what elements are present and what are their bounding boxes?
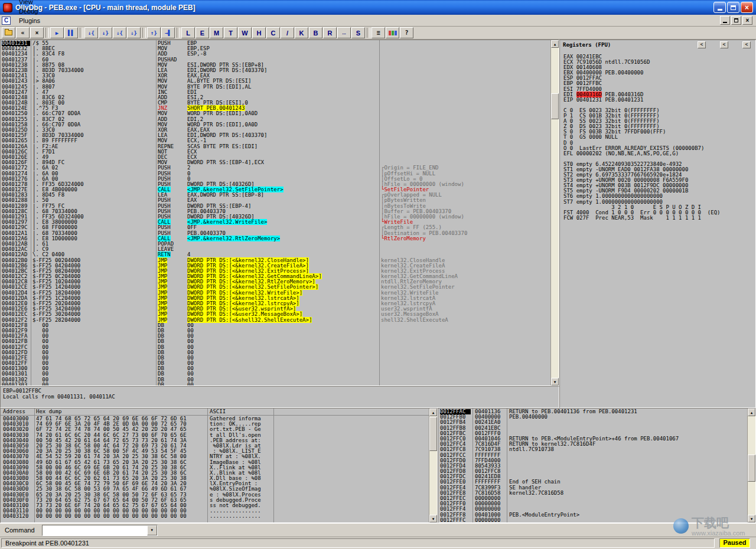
cpu-window-button[interactable]: C bbox=[266, 27, 280, 38]
mdi-minimize-button[interactable] bbox=[720, 16, 730, 25]
references-window-button[interactable]: R bbox=[323, 27, 337, 38]
disasm-row[interactable]: 0040126A|. F2:AEREPNESCAS BYTE PTR ES:[E… bbox=[1, 144, 550, 149]
source-window-button[interactable]: S bbox=[351, 27, 365, 38]
stack-row[interactable]: 0012FFFC00000000 bbox=[438, 518, 747, 523]
command-input[interactable] bbox=[43, 525, 147, 535]
disasm-row[interactable]: 0040129C|. 68 FF000000PUSH0FF┌Length = F… bbox=[1, 225, 550, 230]
breakpoints-window-button[interactable]: B bbox=[309, 27, 322, 38]
column-separator[interactable] bbox=[507, 409, 507, 522]
disasm-row[interactable]: 00401289|. FF75 FCPUSHDWORD PTR SS:[EBP-… bbox=[1, 204, 550, 209]
help-button[interactable]: ? bbox=[400, 27, 413, 38]
disasm-row[interactable]: 00401245|. 8807MOVBYTE PTR DS:[EDI],AL bbox=[1, 84, 550, 90]
scroll-up-button[interactable]: ▲ bbox=[429, 409, 437, 416]
scroll-down-button[interactable]: ▼ bbox=[429, 515, 437, 522]
log-window-button[interactable]: L bbox=[181, 27, 195, 38]
disasm-row[interactable]: 004012FD 00DB00 bbox=[1, 350, 550, 355]
disasm-row[interactable]: 0040123B|. 8D3D 70334000LEAEDI,DWORD PTR… bbox=[1, 68, 550, 73]
scrollbar-thumb[interactable] bbox=[429, 417, 437, 451]
column-separator[interactable] bbox=[34, 409, 35, 522]
disasm-row[interactable]: 004012FA 00DB00 bbox=[1, 334, 550, 339]
handles-window-button[interactable]: H bbox=[252, 27, 266, 38]
execute-till-return-button[interactable]: ↑} bbox=[147, 27, 161, 38]
run-trace-button[interactable]: ... bbox=[337, 27, 351, 38]
disasm-row[interactable]: 00401237|. 60PUSHAD bbox=[1, 57, 550, 63]
disasm-row[interactable]: 0040127E|. E8 4B000000CALL<JMP.&kernel32… bbox=[1, 187, 550, 192]
disasm-row[interactable]: 0040126C|. F7D1NOTECX bbox=[1, 149, 550, 155]
scroll-up-button[interactable]: ▲ bbox=[551, 40, 559, 48]
scroll-down-button[interactable]: ▼ bbox=[748, 515, 755, 522]
disasm-row[interactable]: 00401247|. 47INCEDI bbox=[1, 90, 550, 95]
command-dropdown-button[interactable]: ▼ bbox=[147, 525, 157, 535]
column-separator[interactable] bbox=[472, 409, 473, 522]
register-line[interactable]: FCW 027F Prec NEAR,53 Mask 1 1 1 1 1 1 bbox=[563, 215, 754, 221]
disasm-row[interactable]: 004012FE 00DB00 bbox=[1, 355, 550, 361]
menu-view[interactable]: View bbox=[14, 0, 47, 6]
column-separator[interactable] bbox=[379, 40, 380, 385]
disasm-row[interactable]: 004012A6|. E8 1D000000CALL<JMP.&kernel32… bbox=[1, 236, 550, 241]
disasm-row[interactable]: 00401274|. 6A 00PUSH0│pOffsetHi = NULL bbox=[1, 171, 550, 177]
disasm-row[interactable]: 004012AC|. C9LEAVE bbox=[1, 247, 550, 252]
disasm-row[interactable]: 00401243|> 8A06MOVAL,BYTE PTR DS:[ESI] bbox=[1, 79, 550, 84]
disasm-row[interactable]: 004012FC 00DB00 bbox=[1, 345, 550, 350]
goto-eip-button[interactable]: →▌ bbox=[161, 27, 175, 38]
disasm-row[interactable]: 00401232|. 8BECMOVEBP,ESP bbox=[1, 46, 550, 51]
step-into-button[interactable]: ↓{ bbox=[84, 27, 98, 38]
disasm-row[interactable]: 00401250|. 66:C707 0D0AMOVWORD PTR DS:[E… bbox=[1, 111, 550, 116]
disasm-row[interactable]: 00401265|. B9 FFFFFFFFMOVECX,-1 bbox=[1, 138, 550, 143]
scroll-up-button[interactable]: ▲ bbox=[748, 409, 755, 416]
disasm-row[interactable]: 004012F2$-FF25 28204000JMPDWORD PTR DS:[… bbox=[1, 318, 550, 323]
memory-map-button[interactable]: M bbox=[210, 27, 223, 38]
column-header-address[interactable]: Address bbox=[3, 409, 25, 414]
cpu-window-icon[interactable]: C bbox=[2, 17, 11, 25]
disasm-row[interactable]: 00401248|. 83C6 02ADDESI,2 bbox=[1, 95, 550, 100]
disasm-row[interactable]: 004012AB|. 61POPAD bbox=[1, 241, 550, 247]
hex-dump-pane[interactable]: Address Hex dump ASCII 0040300047 61 74 … bbox=[0, 408, 438, 523]
executables-window-button[interactable]: E bbox=[195, 27, 209, 38]
restore-button[interactable] bbox=[727, 2, 739, 13]
disasm-row[interactable]: 00401272|. 6A 02PUSH2┌Origin = FILE_END bbox=[1, 165, 550, 171]
scroll-down-button[interactable]: ▼ bbox=[551, 378, 559, 385]
windows-window-button[interactable]: W bbox=[238, 27, 252, 38]
close-button[interactable]: × bbox=[741, 2, 753, 13]
scrollbar-thumb[interactable] bbox=[748, 455, 755, 482]
registers-pane[interactable]: Registers (FPU) <<< EAX 00241EBCECX 7C91… bbox=[559, 40, 756, 408]
disasm-row[interactable]: 00401300 00DB00 bbox=[1, 366, 550, 371]
disasm-row[interactable]: 004012F9 00DB00 bbox=[1, 328, 550, 334]
register-line[interactable]: EIP 00401231 PEB.00401231 bbox=[563, 97, 754, 103]
registers-view-button-1[interactable]: < bbox=[698, 41, 706, 48]
open-file-button[interactable] bbox=[2, 27, 15, 38]
registers-view-button-2[interactable]: < bbox=[720, 41, 728, 48]
column-header-hex-dump[interactable]: Hex dump bbox=[36, 409, 61, 414]
disassembly-vertical-scrollbar[interactable]: ▲ ▼ bbox=[550, 40, 559, 385]
column-separator[interactable] bbox=[273, 409, 274, 522]
disasm-row[interactable]: 00401283|. 8D45 F8LEAEAX,DWORD PTR SS:[E… bbox=[1, 192, 550, 198]
dump-row[interactable]: 0040312000 00 00 00 00 00 00 00 00 00 00… bbox=[1, 514, 429, 519]
disassembly-pane[interactable]: 00401231/$ 55PUSHEBP00401232|. 8BECMOVEB… bbox=[0, 40, 559, 386]
registers-view-button-3[interactable]: < bbox=[742, 41, 751, 48]
disasm-row[interactable]: 00401302 00DB00 bbox=[1, 377, 550, 383]
hex-dump-vertical-scrollbar[interactable]: ▲ ▼ bbox=[429, 409, 437, 522]
disasm-row[interactable]: 00401291|. FF35 6D324000PUSHDWORD PTR DS… bbox=[1, 214, 550, 220]
disasm-row[interactable]: 0040125F|. 8D3D 70334000LEAEDI,DWORD PTR… bbox=[1, 133, 550, 138]
register-line[interactable]: T 0 GS 0000 NULL bbox=[563, 135, 754, 140]
disasm-row[interactable]: 0040126F|. 894D FCMOVDWORD PTR SS:[EBP-4… bbox=[1, 160, 550, 165]
column-separator[interactable] bbox=[207, 409, 208, 522]
disasm-row[interactable]: 0040124B|. 803E 00CMPBYTE PTR DS:[ESI],0 bbox=[1, 100, 550, 106]
run-button[interactable]: ▶ bbox=[50, 27, 64, 38]
disasm-row[interactable]: 00401241|. 33C0XOREAX,EAX bbox=[1, 73, 550, 79]
close-program-button[interactable]: × bbox=[30, 27, 44, 38]
disasm-row[interactable]: 004012FB 00DB00 bbox=[1, 339, 550, 344]
menu-debug[interactable]: Debug bbox=[14, 6, 47, 16]
call-stack-button[interactable]: K bbox=[295, 27, 308, 38]
minimize-button[interactable] bbox=[713, 2, 726, 13]
scrollbar-thumb[interactable] bbox=[551, 93, 559, 119]
mdi-close-button[interactable]: × bbox=[742, 16, 752, 25]
disasm-row[interactable]: 0040126E|. 49DECECX bbox=[1, 155, 550, 160]
disasm-row[interactable]: 00401234|. 83C4 F8ADDESP,-8 bbox=[1, 51, 550, 57]
step-over-button[interactable]: ↓} bbox=[99, 27, 112, 38]
column-separator[interactable] bbox=[31, 40, 31, 385]
disasm-row[interactable]: 00401231/$ 55PUSHEBP bbox=[1, 41, 550, 46]
disasm-row[interactable]: 00401297|. E8 38000000CALL<JMP.&kernel32… bbox=[1, 220, 550, 225]
column-header-ascii[interactable]: ASCII bbox=[210, 409, 226, 414]
animate-over-button[interactable]: ⇓} bbox=[127, 27, 141, 38]
